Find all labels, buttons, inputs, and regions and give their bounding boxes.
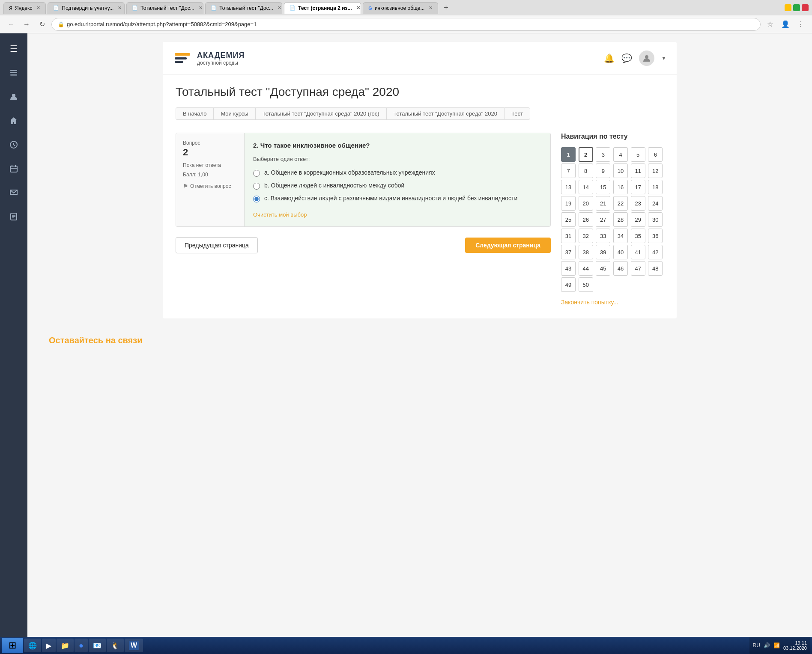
back-button[interactable]: ← [5,18,17,30]
tab-yandex[interactable]: Я Яндекс ✕ [3,2,46,14]
quiz-nav-btn-36[interactable]: 36 [648,229,663,243]
quiz-nav-btn-9[interactable]: 9 [596,164,610,178]
tab-google[interactable]: G инклюзивное обще... ✕ [363,2,438,14]
taskbar-files[interactable]: 📁 [57,639,74,652]
breadcrumb-test-main[interactable]: Тотальный тест "Доступная среда" 2020 [386,107,504,120]
chat-icon[interactable]: 💬 [621,53,632,63]
quiz-nav-btn-37[interactable]: 37 [561,245,576,259]
quiz-nav-btn-34[interactable]: 34 [613,229,628,243]
breadcrumb-test-gos[interactable]: Тотальный тест "Доступная среда" 2020 (г… [255,107,386,120]
flag-question[interactable]: ⚑ Отметить вопрос [183,183,237,190]
tab-test1[interactable]: 📄 Тотальный тест "Дос... ✕ [126,2,203,14]
tab-active[interactable]: 📄 Тест (страница 2 из... ✕ [284,2,361,14]
quiz-nav-btn-30[interactable]: 30 [648,212,663,227]
prev-page-button[interactable]: Предыдущая страница [176,237,258,253]
quiz-nav-btn-47[interactable]: 47 [631,261,645,276]
breadcrumb-courses[interactable]: Мои курсы [213,107,255,120]
quiz-nav-btn-35[interactable]: 35 [631,229,645,243]
quiz-nav-btn-22[interactable]: 22 [613,196,628,211]
taskbar-word[interactable]: W [125,639,143,652]
quiz-nav-btn-8[interactable]: 8 [579,164,593,178]
bookmark-button[interactable]: ☆ [764,18,776,30]
clear-selection[interactable]: Очистить мой выбор [253,211,307,218]
quiz-nav-btn-18[interactable]: 18 [648,180,663,194]
quiz-nav-btn-33[interactable]: 33 [596,229,610,243]
quiz-nav-btn-38[interactable]: 38 [579,245,593,259]
option-c[interactable]: c. Взаимодействие людей с различными вид… [253,195,542,202]
tab-test2[interactable]: 📄 Тотальный тест "Дос... ✕ [205,2,282,14]
account-button[interactable]: 👤 [779,18,791,30]
quiz-nav-btn-43[interactable]: 43 [561,261,576,276]
new-tab-button[interactable]: + [440,2,452,14]
forward-button[interactable]: → [21,18,33,30]
sidebar-item-profile[interactable] [5,88,22,105]
quiz-nav-btn-23[interactable]: 23 [631,196,645,211]
tab-close-6[interactable]: ✕ [429,5,433,11]
taskbar-media[interactable]: ▶ [42,639,56,652]
menu-button[interactable]: ⋮ [795,18,807,30]
quiz-nav-btn-25[interactable]: 25 [561,212,576,227]
quiz-nav-btn-12[interactable]: 12 [648,164,663,178]
tab-close[interactable]: ✕ [36,5,40,11]
sidebar-item-calendar[interactable] [5,160,22,177]
tab-close-5[interactable]: ✕ [356,5,360,11]
quiz-nav-btn-41[interactable]: 41 [631,245,645,259]
reload-button[interactable]: ↻ [36,18,48,30]
quiz-nav-btn-48[interactable]: 48 [648,261,663,276]
quiz-nav-btn-26[interactable]: 26 [579,212,593,227]
quiz-nav-btn-6[interactable]: 6 [648,147,663,162]
quiz-nav-btn-2[interactable]: 2 [579,147,593,162]
quiz-nav-btn-44[interactable]: 44 [579,261,593,276]
sidebar-item-activity[interactable] [5,136,22,153]
quiz-nav-btn-7[interactable]: 7 [561,164,576,178]
quiz-nav-btn-40[interactable]: 40 [613,245,628,259]
quiz-nav-btn-3[interactable]: 3 [596,147,610,162]
radio-b[interactable] [253,183,260,190]
quiz-nav-btn-21[interactable]: 21 [596,196,610,211]
option-b[interactable]: b. Общение людей с инвалидностью между с… [253,182,542,190]
radio-a[interactable] [253,170,260,177]
taskbar-ie[interactable]: 🌐 [24,639,41,652]
quiz-nav-btn-10[interactable]: 10 [613,164,628,178]
quiz-nav-btn-19[interactable]: 19 [561,196,576,211]
close-button[interactable] [802,4,809,11]
tab-close-3[interactable]: ✕ [199,5,203,11]
minimize-button[interactable] [785,4,791,11]
quiz-nav-btn-27[interactable]: 27 [596,212,610,227]
sidebar-item-list[interactable] [5,64,22,81]
quiz-nav-btn-15[interactable]: 15 [596,180,610,194]
taskbar-chrome[interactable]: ● [75,639,88,652]
quiz-nav-btn-4[interactable]: 4 [613,147,628,162]
quiz-nav-btn-1[interactable]: 1 [561,147,576,162]
quiz-nav-btn-24[interactable]: 24 [648,196,663,211]
quiz-nav-btn-31[interactable]: 31 [561,229,576,243]
quiz-nav-btn-50[interactable]: 50 [579,277,593,292]
sidebar-item-files[interactable] [5,208,22,225]
quiz-nav-btn-16[interactable]: 16 [613,180,628,194]
quiz-nav-btn-14[interactable]: 14 [579,180,593,194]
quiz-nav-btn-5[interactable]: 5 [631,147,645,162]
sidebar-item-menu[interactable]: ☰ [5,40,22,57]
breadcrumb-test[interactable]: Тест [504,107,530,120]
tab-close-4[interactable]: ✕ [278,5,281,11]
user-avatar[interactable] [639,51,654,66]
quiz-nav-btn-32[interactable]: 32 [579,229,593,243]
taskbar-app[interactable]: 🐧 [107,639,124,652]
finish-attempt-link[interactable]: Закончить попытку... [561,299,618,306]
tab-close-2[interactable]: ✕ [118,5,122,11]
quiz-nav-btn-28[interactable]: 28 [613,212,628,227]
sidebar-item-messages[interactable] [5,184,22,201]
sidebar-item-home[interactable] [5,112,22,129]
quiz-nav-btn-45[interactable]: 45 [596,261,610,276]
quiz-nav-btn-20[interactable]: 20 [579,196,593,211]
quiz-nav-btn-46[interactable]: 46 [613,261,628,276]
next-page-button[interactable]: Следующая страница [465,238,551,253]
notification-bell[interactable]: 🔔 [604,53,615,63]
taskbar-mail[interactable]: 📧 [89,639,106,652]
radio-c[interactable] [253,196,260,202]
quiz-nav-btn-29[interactable]: 29 [631,212,645,227]
maximize-button[interactable] [793,4,800,11]
quiz-nav-btn-17[interactable]: 17 [631,180,645,194]
quiz-nav-btn-39[interactable]: 39 [596,245,610,259]
user-menu-arrow[interactable]: ▼ [661,55,666,61]
